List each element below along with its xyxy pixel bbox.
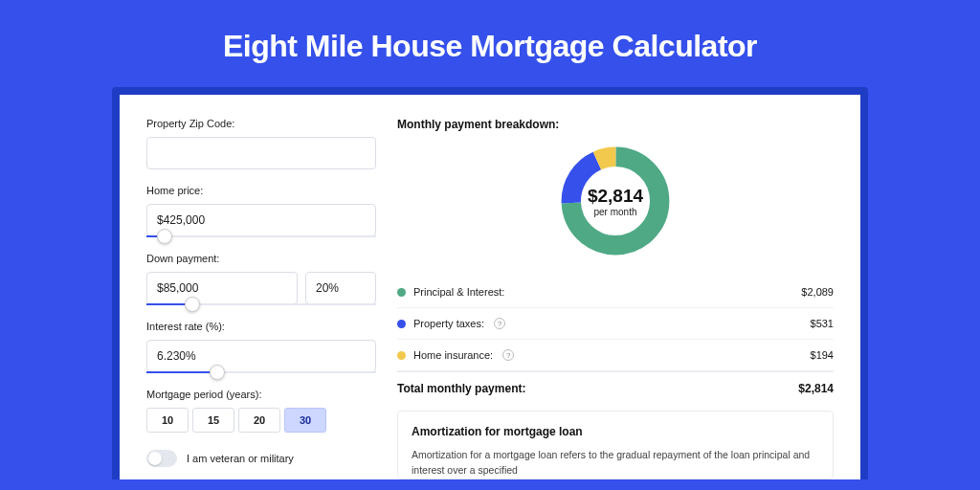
amortization-text: Amortization for a mortgage loan refers …: [412, 448, 819, 479]
down-payment-amount-input[interactable]: [146, 272, 298, 304]
total-label: Total monthly payment:: [397, 382, 525, 395]
down-payment-label: Down payment:: [146, 253, 376, 264]
amortization-title: Amortization for mortgage loan: [412, 425, 819, 438]
calculator-outer-card: Property Zip Code: Home price: Down paym…: [112, 87, 868, 479]
total-row: Total monthly payment: $2,814: [397, 371, 834, 411]
home-price-field: Home price:: [146, 185, 376, 237]
calculator-card: Property Zip Code: Home price: Down paym…: [120, 95, 860, 479]
down-payment-slider[interactable]: [146, 303, 376, 305]
legend-label: Principal & Interest:: [413, 286, 504, 298]
zip-label: Property Zip Code:: [146, 118, 376, 129]
legend-value: $531: [811, 318, 834, 329]
mortgage-period-options: 10 15 20 30: [146, 408, 376, 433]
donut-center: $2,814 per month: [588, 186, 643, 217]
legend-value: $2,089: [801, 286, 834, 298]
donut-sub: per month: [588, 207, 643, 217]
home-price-label: Home price:: [146, 185, 376, 196]
home-price-slider[interactable]: [146, 235, 376, 237]
legend-label: Property taxes:: [413, 318, 484, 329]
period-option-15[interactable]: 15: [192, 408, 234, 433]
legend-row-principal: Principal & Interest: $2,089: [397, 277, 834, 308]
donut-amount: $2,814: [588, 186, 643, 207]
zip-field: Property Zip Code:: [146, 118, 376, 169]
help-icon[interactable]: ?: [494, 318, 505, 329]
breakdown-title: Monthly payment breakdown:: [397, 118, 834, 131]
help-icon[interactable]: ?: [502, 349, 514, 361]
down-payment-slider-thumb[interactable]: [185, 297, 200, 312]
period-option-20[interactable]: 20: [238, 408, 280, 433]
legend-row-insurance: Home insurance: ? $194: [397, 340, 834, 371]
total-value: $2,814: [798, 382, 834, 395]
legend-label: Home insurance:: [413, 349, 493, 361]
interest-rate-label: Interest rate (%):: [146, 321, 376, 332]
mortgage-period-label: Mortgage period (years):: [146, 389, 376, 400]
legend-dot-icon: [397, 288, 406, 297]
mortgage-period-field: Mortgage period (years): 10 15 20 30: [146, 389, 376, 433]
interest-rate-field: Interest rate (%):: [146, 321, 376, 373]
legend-dot-icon: [397, 351, 406, 360]
interest-rate-slider-thumb[interactable]: [210, 365, 225, 380]
home-price-input[interactable]: [146, 204, 376, 236]
breakdown-column: Monthly payment breakdown: $2,814 per mo…: [397, 118, 834, 479]
donut-chart: $2,814 per month: [397, 143, 834, 259]
legend-value: $194: [811, 349, 834, 361]
veteran-toggle[interactable]: [146, 450, 177, 467]
period-option-10[interactable]: 10: [146, 408, 189, 433]
interest-rate-input[interactable]: [146, 340, 376, 372]
legend-dot-icon: [397, 320, 406, 328]
veteran-row: I am veteran or military: [146, 450, 376, 467]
zip-input[interactable]: [146, 137, 376, 169]
veteran-label: I am veteran or military: [187, 453, 294, 464]
page-title: Eight Mile House Mortgage Calculator: [0, 0, 980, 87]
down-payment-percent-input[interactable]: [305, 272, 376, 304]
period-option-30[interactable]: 30: [284, 408, 326, 433]
legend-row-taxes: Property taxes: ? $531: [397, 308, 834, 340]
inputs-column: Property Zip Code: Home price: Down paym…: [146, 118, 376, 479]
home-price-slider-thumb[interactable]: [157, 229, 172, 244]
down-payment-field: Down payment:: [146, 253, 376, 305]
amortization-box: Amortization for mortgage loan Amortizat…: [397, 411, 834, 479]
interest-rate-slider[interactable]: [146, 371, 376, 373]
